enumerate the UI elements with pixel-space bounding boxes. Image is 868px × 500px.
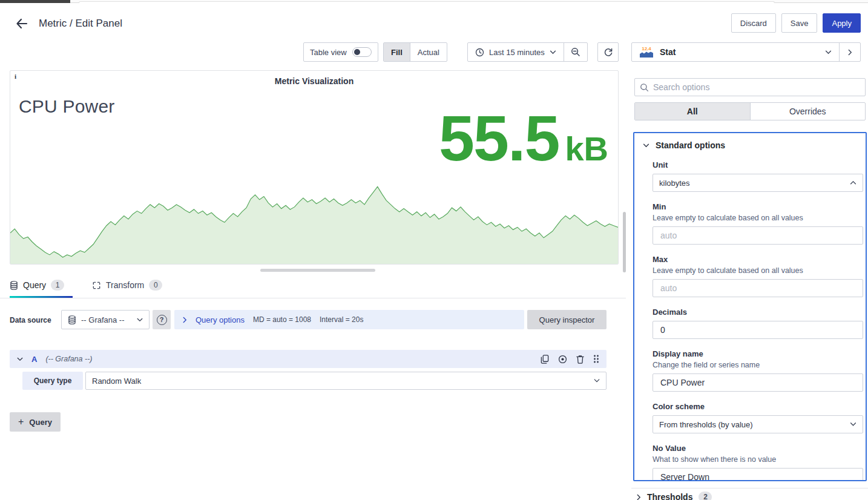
transform-icon [92,281,101,290]
min-input[interactable] [653,226,863,245]
datasource-label: Data source [10,316,51,324]
refresh-button[interactable] [597,42,619,62]
options-filter-group: All Overrides [634,102,866,120]
standard-options-header[interactable]: Standard options [643,140,856,150]
filter-all-tab[interactable]: All [635,103,751,120]
color-scheme-label: Color scheme [653,402,856,411]
actual-option[interactable]: Actual [410,43,447,61]
display-name-field: Display name Change the field or series … [653,349,856,392]
stat-unit: kB [565,132,608,166]
collapse-options-button[interactable] [840,43,860,61]
delete-query-button[interactable] [576,355,584,364]
no-value-input[interactable] [653,468,863,481]
thresholds-count-badge: 2 [699,492,712,500]
stat-series-name: CPU Power [19,96,115,117]
browser-chrome-strip [0,0,868,3]
color-scheme-select[interactable]: From thresholds (by value) [653,415,863,433]
max-data-points-text: MD = auto = 1008 [253,315,311,324]
save-button[interactable]: Save [781,13,818,33]
query-options-link[interactable]: Query options [196,315,245,324]
drag-dots-icon [593,355,599,363]
database-icon [68,315,76,324]
discard-button[interactable]: Discard [731,13,776,33]
apply-button[interactable]: Apply [823,13,861,33]
chevron-up-icon [850,181,856,185]
query-row-header[interactable]: A (-- Grafana --) [10,350,607,368]
datasource-picker[interactable]: -- Grafana -- [61,310,150,329]
no-value-field: No Value What to show when there is no v… [653,444,856,481]
chevron-right-icon [848,49,852,56]
query-ref-id: A [31,355,37,364]
no-value-label: No Value [653,444,856,453]
query-options-bar[interactable]: Query options MD = auto = 1008 Interval … [174,310,524,329]
trash-icon [576,355,584,364]
chevron-right-icon [637,494,641,500]
chevron-down-icon [17,357,23,361]
datasource-help-button[interactable]: ? [153,310,171,329]
stat-value: 55.5 [439,106,559,170]
tab-transform[interactable]: Transform 0 [92,280,162,291]
grafana-edit-panel-page: Metric / Edit Panel Discard Save Apply T… [0,0,868,500]
unit-field: Unit kilobytes [653,160,856,192]
page-title: Metric / Edit Panel [39,18,122,30]
viz-picker-group: 12.4 Stat [631,42,861,62]
chevron-down-icon [825,50,832,54]
fill-option[interactable]: Fill [384,43,410,61]
panel-preview: i Metric Visualization CPU Power 55.5 kB [10,70,619,265]
refresh-icon [603,47,613,57]
query-inspector-button[interactable]: Query inspector [527,310,607,329]
toggle-knob [354,49,360,55]
standard-options-title: Standard options [656,140,725,150]
decimals-input[interactable] [653,321,863,339]
time-range-picker[interactable]: Last 15 minutes [468,43,564,61]
main-scrollbar[interactable] [623,212,626,272]
no-value-description: What to show when there is no value [653,455,856,464]
back-button[interactable] [15,16,29,31]
display-name-input[interactable] [653,373,863,392]
standard-options-section: Standard options Unit kilobytes Min Leav… [633,132,867,481]
chevron-down-icon [850,423,856,427]
chevron-down-icon [594,379,600,383]
panel-resize-handle[interactable] [260,269,375,272]
table-view-label: Table view [310,48,347,57]
tab-query[interactable]: Query 1 [10,280,64,291]
unit-value: kilobytes [659,179,690,188]
panel-title[interactable]: Metric Visualization [10,76,618,86]
query-type-select[interactable]: Random Walk [85,372,607,390]
fill-actual-group: Fill Actual [383,42,447,62]
chevron-right-icon [183,317,187,323]
transform-count-badge: 0 [149,280,162,291]
zoom-out-button[interactable] [564,43,587,61]
eye-icon [558,355,567,364]
viz-picker-label: Stat [660,47,676,57]
datasource-name: -- Grafana -- [81,315,125,324]
tab-transform-label: Transform [106,280,144,290]
thresholds-section-header[interactable]: Thresholds 2 [637,492,712,500]
table-view-toggle[interactable] [352,47,372,57]
add-query-button[interactable]: + Query [10,412,61,432]
max-field: Max Leave empty to calculate based on al… [653,255,856,297]
filter-overrides-tab[interactable]: Overrides [751,103,866,120]
thresholds-title: Thresholds [647,492,692,500]
max-input[interactable] [653,279,863,297]
browser-chrome-dark-segment [0,0,70,3]
unit-select[interactable]: kilobytes [653,174,863,192]
hide-query-button[interactable] [558,355,567,364]
viz-picker-button[interactable]: 12.4 Stat [632,43,839,61]
options-search-input[interactable] [653,82,860,92]
min-label: Min [653,202,856,211]
options-search[interactable] [634,78,866,96]
add-query-label: Query [29,418,52,427]
chevron-down-icon [550,50,556,54]
chevron-down-icon [643,143,649,148]
drag-query-handle[interactable] [593,355,599,363]
copy-icon [541,355,549,364]
stat-viz-icon: 12.4 [639,45,654,59]
duplicate-query-button[interactable] [541,355,549,364]
interval-text: Interval = 20s [320,315,363,324]
time-controls-group: Last 15 minutes [467,42,588,62]
table-view-control[interactable]: Table view [303,42,378,62]
back-arrow-icon [15,16,29,31]
query-datasource-hint: (-- Grafana --) [45,355,92,363]
stat-icon-number: 12.4 [642,46,651,51]
